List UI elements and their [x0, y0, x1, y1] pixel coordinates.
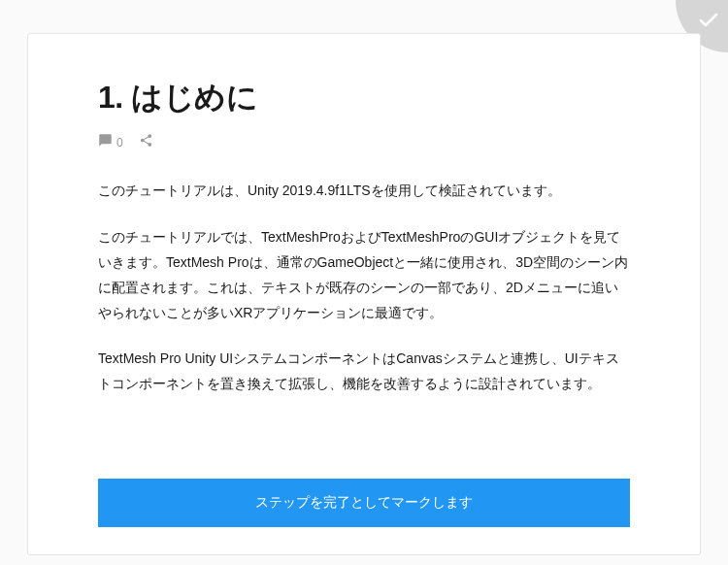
paragraph: TextMesh Pro Unity UIシステムコンポーネントはCanvasシ… [98, 347, 630, 397]
comment-icon [98, 133, 113, 151]
comment-count: 0 [116, 136, 123, 150]
paragraph: このチュートリアルは、Unity 2019.4.9f1LTSを使用して検証されて… [98, 179, 630, 204]
comments-button[interactable]: 0 [98, 133, 123, 151]
share-button[interactable] [139, 133, 153, 151]
page-title: 1. はじめに [98, 77, 630, 119]
meta-row: 0 [98, 133, 630, 151]
paragraph: このチュートリアルでは、TextMeshProおよびTextMeshProのGU… [98, 225, 630, 326]
tutorial-card: 1. はじめに 0 このチュートリアルは、Unity 2019.4.9f1LTS… [27, 33, 701, 555]
mark-complete-button[interactable]: ステップを完了としてマークします [98, 479, 630, 527]
tutorial-body: このチュートリアルは、Unity 2019.4.9f1LTSを使用して検証されて… [98, 179, 630, 479]
share-icon [139, 133, 153, 151]
check-icon [697, 9, 720, 36]
